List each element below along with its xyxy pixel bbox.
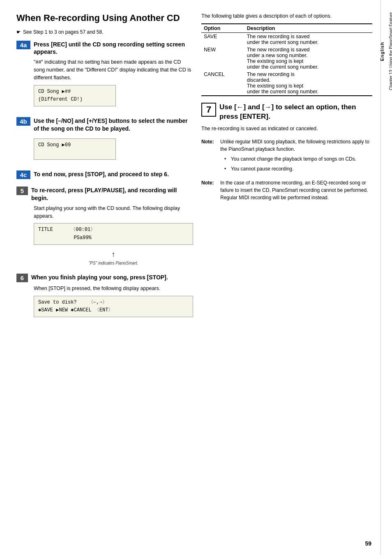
note-text-2: In the case of a metronome recording, an… xyxy=(220,180,368,200)
page-title: When Re-recording Using Another CD xyxy=(16,12,193,24)
note-label-1: Note: xyxy=(201,138,217,175)
step-badge-6: 6 xyxy=(16,274,28,282)
step-title-4c: To end now, press [STOP], and proceed to… xyxy=(34,170,169,178)
note-bullet-1-2: You cannot pause recording. xyxy=(224,165,372,173)
table-header-description: Description xyxy=(244,24,372,33)
sidebar-chapter: Chapter 13: Using the PianoSmart Feature xyxy=(389,12,392,90)
intro-bullet: See Step 1 to 3 on pages 57 and 58. xyxy=(16,29,193,35)
desc-save: The new recording is savedunder the curr… xyxy=(244,32,372,46)
right-column: The following table gives a description … xyxy=(201,12,372,543)
option-new: NEW xyxy=(201,46,244,71)
step-title-4b: Use the [–/NO] and [+/YES] buttons to se… xyxy=(34,117,193,133)
step-body-7: The re-recording is saved as indicated o… xyxy=(201,125,372,133)
note-content-2: In the case of a metronome recording, an… xyxy=(220,179,372,201)
arrow-up-icon: ↑ xyxy=(34,249,193,260)
note-1: Note: Unlike regular MIDI song playback,… xyxy=(201,138,372,175)
table-row-cancel: CANCEL The new recording isdiscarded.The… xyxy=(201,71,372,96)
step-badge-5: 5 xyxy=(16,187,28,195)
ps-label: "PS" indicates PianoSmart. xyxy=(34,260,193,266)
step-7: 7 Use [←] and [→] to select an option, t… xyxy=(201,103,372,133)
step-body-5: Start playing your song with the CD soun… xyxy=(34,205,193,220)
table-intro: The following table gives a description … xyxy=(201,12,372,20)
step-badge-4a: 4a xyxy=(16,41,30,49)
note-bullets-1: You cannot change the playback tempo of … xyxy=(224,155,372,173)
step-badge-4c: 4c xyxy=(16,170,30,179)
step-title-7: Use [←] and [→] to select an option, the… xyxy=(219,103,372,122)
option-cancel: CANCEL xyxy=(201,71,244,96)
desc-new: The new recording is savedunder a new so… xyxy=(244,46,372,71)
left-column: When Re-recording Using Another CD See S… xyxy=(16,12,193,543)
option-save: SAVE xyxy=(201,32,244,46)
step-title-6: When you finish playing your song, press… xyxy=(31,274,168,281)
step-6: 6 When you finish playing your song, pre… xyxy=(16,274,193,320)
step-badge-7: 7 xyxy=(201,103,216,117)
sidebar-text: English Chapter 13: Using the PianoSmart… xyxy=(380,12,392,90)
note-label-2: Note: xyxy=(201,179,217,201)
step-4a: 4a Press [REC] until the CD song recordi… xyxy=(16,41,193,110)
note-content-1: Unlike regular MIDI song playback, the f… xyxy=(220,138,372,175)
display-5: TITLE 〈00:01〉 PSa99% xyxy=(34,223,193,244)
step-title-4a: Press [REC] until the CD song recording … xyxy=(34,41,193,56)
table-row-save: SAVE The new recording is savedunder the… xyxy=(201,32,372,46)
note-text-1: Unlike regular MIDI song playback, the f… xyxy=(220,139,369,152)
table-row-new: NEW The new recording is savedunder a ne… xyxy=(201,46,372,71)
display-6: Save to disk? 〈←,→〉 ✱SAVE ▶NEW ✱CANCEL 〈… xyxy=(34,296,193,317)
step-badge-4b: 4b xyxy=(16,117,30,126)
step-4c: 4c To end now, press [STOP], and proceed… xyxy=(16,170,193,179)
step-4b: 4b Use the [–/NO] and [+/YES] buttons to… xyxy=(16,117,193,163)
desc-cancel: The new recording isdiscarded.The existi… xyxy=(244,71,372,96)
options-table: Option Description SAVE The new recordin… xyxy=(201,23,372,96)
note-2: Note: In the case of a metronome recordi… xyxy=(201,179,372,201)
step-body-4a: "##" indicating that no setting has been… xyxy=(34,58,193,81)
table-header-option: Option xyxy=(201,24,244,33)
sidebar-language: English xyxy=(380,41,385,61)
page-number: 59 xyxy=(365,540,371,547)
step-5: 5 To re-record, press [PLAY/PAUSE], and … xyxy=(16,187,193,266)
sidebar: English Chapter 13: Using the PianoSmart… xyxy=(380,0,392,555)
note-bullet-1-1: You cannot change the playback tempo of … xyxy=(224,155,372,163)
display-4b: CD Song ▶09 xyxy=(34,138,116,160)
display-4a: CD Song ▶##(Different CD!) xyxy=(34,85,116,106)
step-title-5: To re-record, press [PLAY/PAUSE], and re… xyxy=(31,187,193,202)
step-body-6: When [STOP] is pressed, the following di… xyxy=(34,285,193,292)
